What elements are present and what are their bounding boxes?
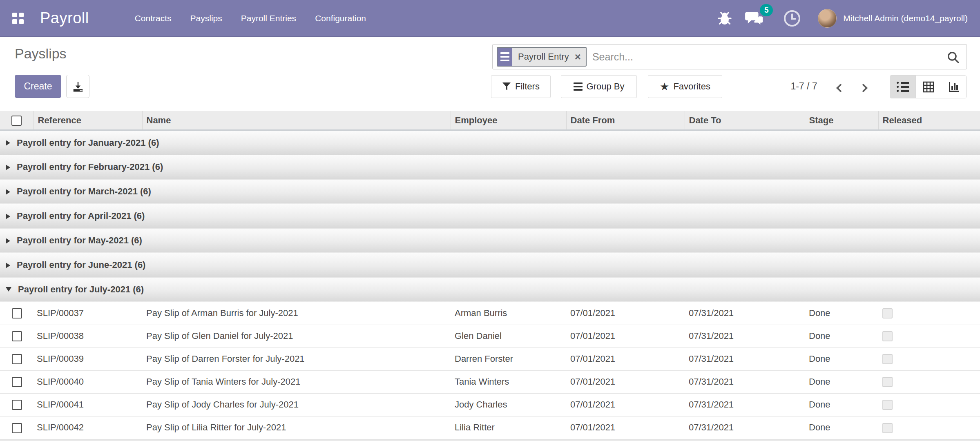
pager-previous-button[interactable] bbox=[834, 82, 846, 95]
group-by-button[interactable]: Group By bbox=[561, 75, 637, 98]
group-label: Payroll entry for February-2021 (6) bbox=[17, 162, 163, 172]
table-row[interactable]: SLIP/00041 Pay Slip of Jody Charles for … bbox=[0, 393, 980, 416]
cell-date-from: 07/01/2021 bbox=[566, 347, 685, 370]
group-row-march[interactable]: Payroll entry for March-2021 (6) bbox=[0, 179, 980, 204]
group-by-bars-icon bbox=[574, 82, 583, 91]
cell-date-to: 07/31/2021 bbox=[685, 347, 805, 370]
row-checkbox[interactable] bbox=[12, 331, 22, 341]
search-facet-payroll-entry[interactable]: Payroll Entry × bbox=[497, 47, 587, 67]
facet-remove-icon[interactable]: × bbox=[574, 48, 586, 66]
list-view-button[interactable] bbox=[890, 76, 915, 98]
row-checkbox[interactable] bbox=[12, 423, 22, 433]
column-stage[interactable]: Stage bbox=[805, 111, 878, 130]
user-avatar[interactable] bbox=[818, 9, 837, 28]
row-checkbox[interactable] bbox=[12, 400, 22, 410]
search-icon[interactable] bbox=[946, 50, 960, 64]
group-label: Payroll entry for July-2021 (6) bbox=[18, 285, 144, 295]
column-name[interactable]: Name bbox=[142, 111, 451, 130]
row-checkbox[interactable] bbox=[12, 308, 22, 318]
graph-view-button[interactable] bbox=[941, 76, 966, 98]
cell-employee: Tania Winters bbox=[451, 370, 566, 393]
released-checkbox bbox=[882, 377, 893, 387]
app-title[interactable]: Payroll bbox=[40, 9, 89, 27]
cell-date-from: 07/01/2021 bbox=[566, 416, 685, 439]
apps-menu-icon[interactable] bbox=[12, 13, 24, 24]
pivot-view-button[interactable] bbox=[915, 76, 941, 98]
chevron-left-icon bbox=[836, 84, 845, 92]
page-title: Payslips bbox=[15, 46, 67, 62]
group-label: Payroll entry for April-2021 (6) bbox=[17, 211, 145, 221]
group-row-january[interactable]: Payroll entry for January-2021 (6) bbox=[0, 130, 980, 155]
cell-date-from: 07/01/2021 bbox=[566, 302, 685, 325]
column-date-from[interactable]: Date From bbox=[566, 111, 685, 130]
column-date-to[interactable]: Date To bbox=[685, 111, 805, 130]
cell-stage: Done bbox=[805, 416, 878, 439]
facet-label: Payroll Entry bbox=[512, 48, 574, 66]
group-row-may[interactable]: Payroll entry for May-2021 (6) bbox=[0, 228, 980, 253]
group-row-july[interactable]: Payroll entry for July-2021 (6) bbox=[0, 277, 980, 302]
column-reference[interactable]: Reference bbox=[33, 111, 142, 130]
create-button[interactable]: Create bbox=[15, 75, 61, 98]
menu-payslips[interactable]: Payslips bbox=[190, 0, 222, 37]
select-all-checkbox[interactable] bbox=[11, 116, 22, 126]
pager-range[interactable]: 1-7 / 7 bbox=[779, 81, 828, 92]
cell-stage: Done bbox=[805, 325, 878, 347]
group-row-june[interactable]: Payroll entry for June-2021 (6) bbox=[0, 253, 980, 277]
pager-next-button[interactable] bbox=[857, 82, 869, 95]
row-checkbox[interactable] bbox=[12, 377, 22, 387]
select-all-header[interactable] bbox=[0, 111, 33, 130]
caret-right-icon bbox=[6, 238, 10, 244]
list-view-icon bbox=[897, 82, 909, 92]
search-input[interactable]: Payroll Entry × Search... bbox=[492, 44, 967, 69]
group-by-facet-icon bbox=[498, 48, 512, 66]
column-employee[interactable]: Employee bbox=[451, 111, 566, 130]
cell-date-from: 07/01/2021 bbox=[566, 370, 685, 393]
cell-reference: SLIP/00039 bbox=[33, 347, 142, 370]
row-checkbox[interactable] bbox=[12, 354, 22, 364]
export-button[interactable] bbox=[66, 75, 89, 98]
filter-funnel-icon bbox=[502, 82, 511, 91]
chevron-right-icon bbox=[859, 84, 868, 92]
menu-payroll-entries[interactable]: Payroll Entries bbox=[241, 0, 296, 37]
table-row[interactable]: SLIP/00040 Pay Slip of Tania Winters for… bbox=[0, 370, 980, 393]
cell-employee: Lilia Ritter bbox=[451, 416, 566, 439]
released-checkbox bbox=[882, 308, 893, 318]
table-row[interactable]: SLIP/00039 Pay Slip of Darren Forster fo… bbox=[0, 347, 980, 370]
cell-employee: Jody Charles bbox=[451, 393, 566, 416]
menu-configuration[interactable]: Configuration bbox=[315, 0, 366, 37]
group-row-february[interactable]: Payroll entry for February-2021 (6) bbox=[0, 155, 980, 179]
cell-employee: Darren Forster bbox=[451, 347, 566, 370]
column-released[interactable]: Released bbox=[878, 111, 980, 130]
cell-employee: Glen Daniel bbox=[451, 325, 566, 347]
favorites-button[interactable]: ★ Favorites bbox=[648, 75, 722, 98]
cell-stage: Done bbox=[805, 393, 878, 416]
cell-name: Pay Slip of Tania Winters for July-2021 bbox=[142, 370, 451, 393]
activities-clock-icon[interactable] bbox=[783, 9, 801, 27]
caret-right-icon bbox=[6, 263, 10, 268]
pivot-grid-icon bbox=[923, 81, 934, 93]
user-menu[interactable]: Mitchell Admin (demo14_payroll) bbox=[843, 13, 968, 23]
menu-contracts[interactable]: Contracts bbox=[135, 0, 172, 37]
bar-chart-icon bbox=[948, 81, 960, 93]
group-label: Payroll entry for May-2021 (6) bbox=[17, 236, 142, 246]
group-row-april[interactable]: Payroll entry for April-2021 (6) bbox=[0, 204, 980, 228]
messages-icon[interactable]: 5 bbox=[744, 10, 765, 27]
group-label: Payroll entry for March-2021 (6) bbox=[17, 187, 151, 197]
cell-date-to: 07/31/2021 bbox=[685, 416, 805, 439]
table-row[interactable]: SLIP/00042 Pay Slip of Lilia Ritter for … bbox=[0, 416, 980, 439]
cell-reference: SLIP/00038 bbox=[33, 325, 142, 347]
top-navbar: Payroll Contracts Payslips Payroll Entri… bbox=[0, 0, 980, 37]
debug-bug-icon[interactable] bbox=[716, 10, 734, 27]
search-placeholder: Search... bbox=[592, 51, 633, 63]
cell-date-to: 07/31/2021 bbox=[685, 370, 805, 393]
cell-date-to: 07/31/2021 bbox=[685, 302, 805, 325]
next-row-edge bbox=[0, 439, 980, 441]
table-row[interactable]: SLIP/00038 Pay Slip of Glen Daniel for J… bbox=[0, 325, 980, 347]
group-label: Payroll entry for January-2021 (6) bbox=[17, 138, 159, 148]
filters-button[interactable]: Filters bbox=[491, 75, 551, 98]
download-icon bbox=[72, 80, 84, 93]
table-row[interactable]: SLIP/00037 Pay Slip of Arman Burris for … bbox=[0, 302, 980, 325]
cell-date-to: 07/31/2021 bbox=[685, 393, 805, 416]
cell-date-from: 07/01/2021 bbox=[566, 393, 685, 416]
released-checkbox bbox=[882, 331, 893, 341]
